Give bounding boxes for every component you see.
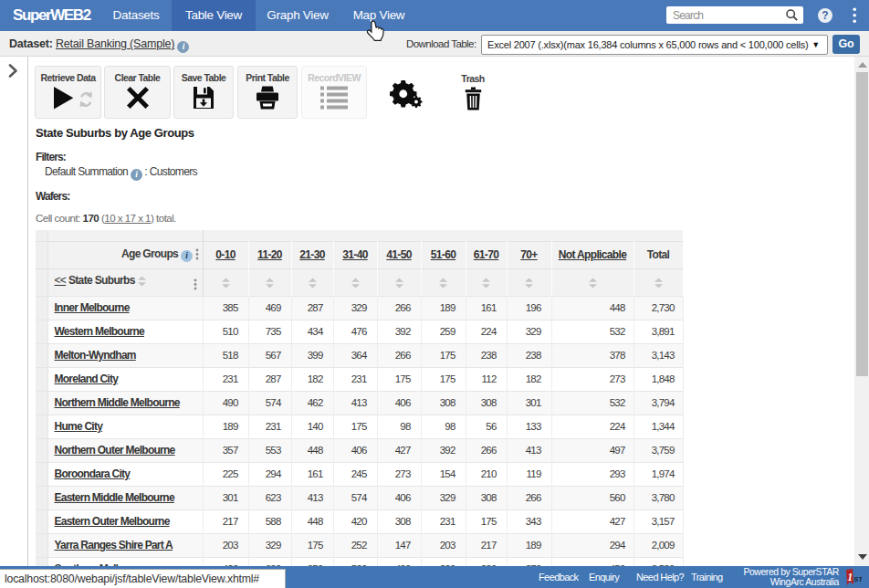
svg-text:ST: ST (853, 575, 862, 583)
svg-text:1: 1 (847, 571, 853, 583)
